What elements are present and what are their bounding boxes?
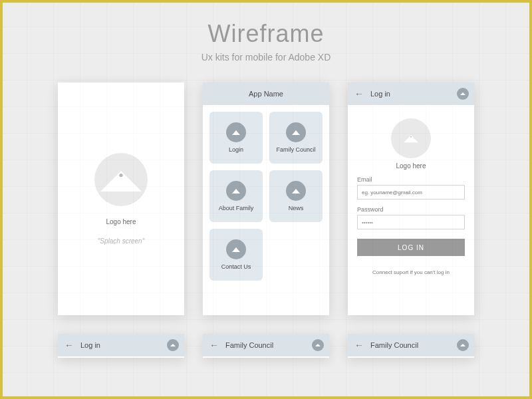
appbar-title: App Name	[249, 90, 283, 98]
appbar-title: Log in	[370, 90, 390, 98]
appbar: App Name	[203, 82, 329, 105]
appbar-title: Family Council	[225, 341, 273, 349]
appbar-title: Family Council	[370, 341, 418, 349]
appbar: ← Family Council	[203, 334, 329, 356]
back-icon[interactable]: ←	[209, 340, 219, 350]
appbar: ← Log in	[348, 82, 474, 105]
svg-marker-11	[315, 344, 321, 346]
svg-marker-10	[170, 344, 176, 346]
appbar: ← Log in	[58, 334, 184, 356]
svg-marker-12	[460, 344, 466, 346]
back-icon[interactable]: ←	[354, 340, 364, 350]
back-icon[interactable]: ←	[65, 340, 74, 350]
image-placeholder-icon	[457, 88, 469, 100]
screen-peek: ← Log in	[58, 334, 184, 358]
image-placeholder-icon	[167, 339, 179, 351]
svg-marker-7	[460, 92, 466, 95]
image-placeholder-icon	[312, 339, 324, 351]
image-placeholder-icon	[457, 339, 469, 351]
appbar-title: Log in	[80, 341, 100, 349]
screen-peek: ← Family Council	[348, 334, 474, 358]
appbar: ← Family Council	[348, 334, 474, 356]
back-icon[interactable]: ←	[354, 88, 364, 99]
screen-peek: ← Family Council	[203, 334, 329, 358]
